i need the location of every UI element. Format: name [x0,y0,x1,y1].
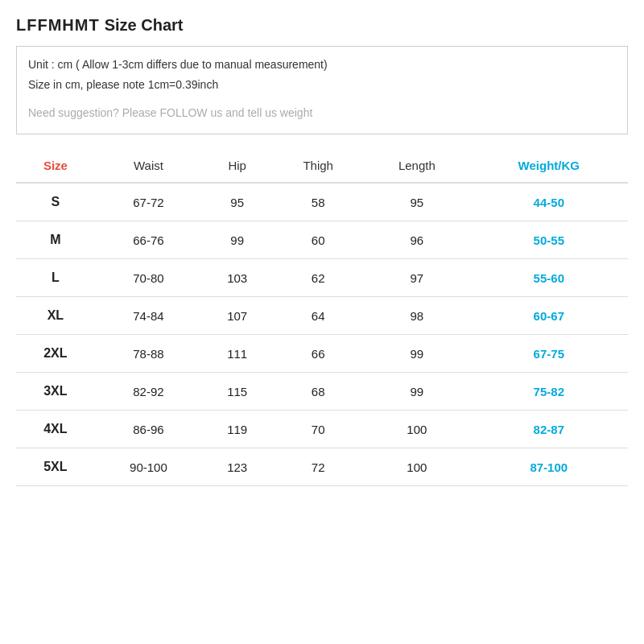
cell-length: 95 [364,183,470,221]
cell-thigh: 60 [272,221,364,259]
cell-size: S [16,183,95,221]
cell-weight: 87-100 [470,448,628,486]
cell-size: 4XL [16,411,95,448]
cell-size: 3XL [16,373,95,411]
brand-name: LFFMHMT [16,16,100,35]
cell-thigh: 66 [272,335,364,373]
cell-size: M [16,221,95,259]
cell-length: 99 [364,335,470,373]
cell-hip: 119 [202,411,272,448]
page-container: LFFMHMT Size Chart Unit : cm ( Allow 1-3… [0,0,644,644]
cell-length: 97 [364,259,470,297]
col-header-weight: Weight/KG [470,149,628,183]
info-suggestion: Need suggestion? Please FOLLOW us and te… [28,106,616,119]
col-header-length: Length [364,149,470,183]
cell-size: 5XL [16,448,95,486]
table-row: M66-7699609650-55 [16,221,628,259]
cell-waist: 86-96 [95,411,202,448]
cell-weight: 44-50 [470,183,628,221]
table-row: 4XL86-961197010082-87 [16,411,628,448]
cell-size: XL [16,297,95,335]
cell-thigh: 72 [272,448,364,486]
cell-thigh: 62 [272,259,364,297]
cell-thigh: 64 [272,297,364,335]
table-row: 5XL90-1001237210087-100 [16,448,628,486]
cell-hip: 115 [202,373,272,411]
cell-length: 100 [364,411,470,448]
table-header-row: Size Waist Hip Thigh Length Weight/KG [16,149,628,183]
size-chart-table: Size Waist Hip Thigh Length Weight/KG S6… [16,149,628,486]
col-header-size: Size [16,149,95,183]
cell-waist: 82-92 [95,373,202,411]
cell-thigh: 70 [272,411,364,448]
cell-hip: 123 [202,448,272,486]
cell-waist: 78-88 [95,335,202,373]
title-row: LFFMHMT Size Chart [16,16,628,35]
cell-length: 96 [364,221,470,259]
info-section: Unit : cm ( Allow 1-3cm differs due to m… [16,46,628,134]
cell-size: 2XL [16,335,95,373]
table-row: 2XL78-88111669967-75 [16,335,628,373]
table-row: XL74-84107649860-67 [16,297,628,335]
col-header-hip: Hip [202,149,272,183]
cell-hip: 107 [202,297,272,335]
cell-thigh: 68 [272,373,364,411]
cell-waist: 70-80 [95,259,202,297]
cell-waist: 74-84 [95,297,202,335]
cell-hip: 111 [202,335,272,373]
cell-weight: 75-82 [470,373,628,411]
col-header-waist: Waist [95,149,202,183]
cell-length: 98 [364,297,470,335]
cell-weight: 60-67 [470,297,628,335]
cell-weight: 82-87 [470,411,628,448]
info-line-2: Size in cm, please note 1cm=0.39inch [28,76,616,93]
cell-weight: 67-75 [470,335,628,373]
cell-waist: 67-72 [95,183,202,221]
cell-hip: 99 [202,221,272,259]
cell-size: L [16,259,95,297]
cell-hip: 103 [202,259,272,297]
col-header-thigh: Thigh [272,149,364,183]
table-row: 3XL82-92115689975-82 [16,373,628,411]
table-row: L70-80103629755-60 [16,259,628,297]
cell-hip: 95 [202,183,272,221]
cell-thigh: 58 [272,183,364,221]
table-row: S67-7295589544-50 [16,183,628,221]
cell-weight: 50-55 [470,221,628,259]
cell-length: 99 [364,373,470,411]
cell-waist: 66-76 [95,221,202,259]
cell-waist: 90-100 [95,448,202,486]
info-line-1: Unit : cm ( Allow 1-3cm differs due to m… [28,56,616,73]
cell-weight: 55-60 [470,259,628,297]
cell-length: 100 [364,448,470,486]
chart-title: Size Chart [105,16,184,35]
